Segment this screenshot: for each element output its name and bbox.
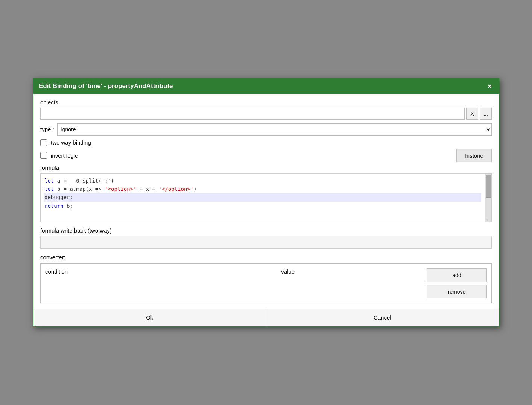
objects-row: X ...: [40, 108, 492, 120]
converter-table-wrap: condition value add remove: [40, 263, 492, 303]
historic-button[interactable]: historic: [456, 149, 492, 162]
close-button[interactable]: ×: [486, 82, 493, 91]
converter-col-value: value: [281, 268, 422, 277]
converter-label: converter:: [40, 254, 492, 260]
converter-add-button[interactable]: add: [427, 268, 487, 282]
formula-scrollbar-thumb: [486, 175, 491, 198]
code-line-4: return b;: [44, 202, 481, 210]
code-line-3: debugger;: [44, 193, 481, 201]
formula-scrollbar[interactable]: [485, 173, 492, 222]
formula-editor[interactable]: let a = __0.split(';') let b = a.map(x =…: [40, 173, 485, 222]
code-line-1: let a = __0.split(';'): [44, 177, 481, 185]
objects-x-button[interactable]: X: [466, 108, 478, 120]
formula-writeback-label: formula write back (two way): [40, 227, 492, 234]
formula-editor-wrap: let a = __0.split(';') let b = a.map(x =…: [40, 173, 492, 222]
dialog-body: objects X ... type : ignore string numbe…: [33, 94, 499, 303]
invert-logic-label: invert logic: [51, 152, 78, 159]
formula-writeback-input[interactable]: [40, 236, 492, 249]
two-way-binding-checkbox[interactable]: [40, 139, 47, 146]
invert-logic-row: invert logic: [40, 152, 78, 159]
ok-button[interactable]: Ok: [33, 309, 266, 326]
converter-remove-button[interactable]: remove: [427, 285, 487, 298]
type-select[interactable]: ignore string number boolean object arra…: [57, 123, 492, 136]
converter-buttons: add remove: [427, 268, 487, 298]
objects-input[interactable]: [40, 108, 465, 120]
converter-col-condition: condition: [45, 268, 281, 277]
code-line-2: let b = a.map(x => '<option>' + x + '</o…: [44, 185, 481, 193]
two-way-binding-row: two way binding: [40, 139, 492, 146]
type-row: type : ignore string number boolean obje…: [40, 123, 492, 136]
cancel-button[interactable]: Cancel: [266, 309, 499, 326]
two-way-binding-label: two way binding: [51, 139, 91, 146]
objects-dots-button[interactable]: ...: [480, 108, 492, 120]
invert-logic-checkbox[interactable]: [40, 152, 47, 159]
dialog-title: Edit Binding of 'time' - propertyAndAttr…: [33, 79, 499, 94]
converter-table: condition value: [45, 268, 422, 298]
formula-resize-handle[interactable]: ⌞: [486, 217, 491, 221]
type-label: type :: [40, 126, 54, 132]
formula-label: formula: [40, 164, 492, 171]
dialog-title-text: Edit Binding of 'time' - propertyAndAttr…: [39, 82, 173, 90]
objects-label: objects: [40, 99, 492, 105]
dialog-footer: Ok Cancel: [33, 309, 499, 326]
dialog: Edit Binding of 'time' - propertyAndAttr…: [33, 78, 499, 327]
